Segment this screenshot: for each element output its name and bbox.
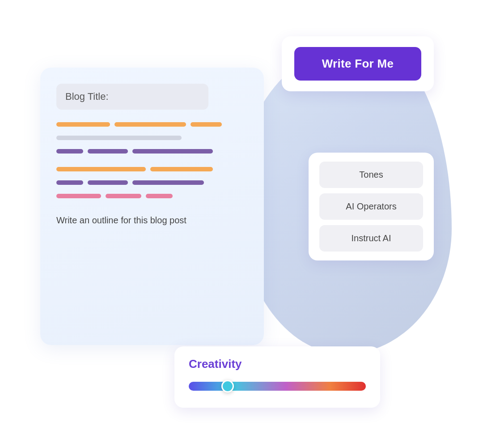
write-for-me-card: Write For Me [282, 36, 434, 91]
blog-title-field[interactable]: Blog Title: [56, 84, 208, 110]
line [56, 136, 182, 140]
line [56, 180, 83, 185]
line [56, 149, 83, 154]
content-lines-group1 [56, 122, 248, 158]
line [56, 167, 146, 171]
line [88, 180, 128, 185]
line [146, 194, 173, 198]
line [191, 122, 222, 127]
outline-text: Write an outline for this blog post [56, 215, 248, 226]
creativity-card: Creativity [174, 346, 380, 408]
creativity-label: Creativity [189, 357, 366, 371]
tones-card: Tones AI Operators Instruct AI [309, 153, 434, 260]
line [88, 149, 128, 154]
slider-thumb[interactable] [221, 380, 234, 393]
lines-row-purple2 [56, 180, 248, 189]
lines-row-orange2 [56, 167, 248, 176]
line [56, 194, 101, 198]
line [114, 122, 186, 127]
instruct-ai-button[interactable]: Instruct AI [319, 225, 423, 252]
slider-track [189, 382, 366, 391]
lines-row-gray [56, 136, 248, 145]
line [150, 167, 213, 171]
ai-operators-button[interactable]: AI Operators [319, 193, 423, 220]
scene: Blog Title: [40, 23, 443, 426]
lines-row-purple1 [56, 149, 248, 158]
line [56, 122, 110, 127]
creativity-slider-container[interactable] [189, 378, 366, 394]
line [106, 194, 141, 198]
write-for-me-button[interactable]: Write For Me [294, 47, 421, 81]
line [132, 180, 204, 185]
tones-button[interactable]: Tones [319, 162, 423, 188]
content-lines-group2 [56, 167, 248, 203]
lines-row-pink [56, 194, 248, 203]
lines-row-orange1 [56, 122, 248, 131]
blog-card: Blog Title: [40, 68, 264, 345]
line [132, 149, 213, 154]
